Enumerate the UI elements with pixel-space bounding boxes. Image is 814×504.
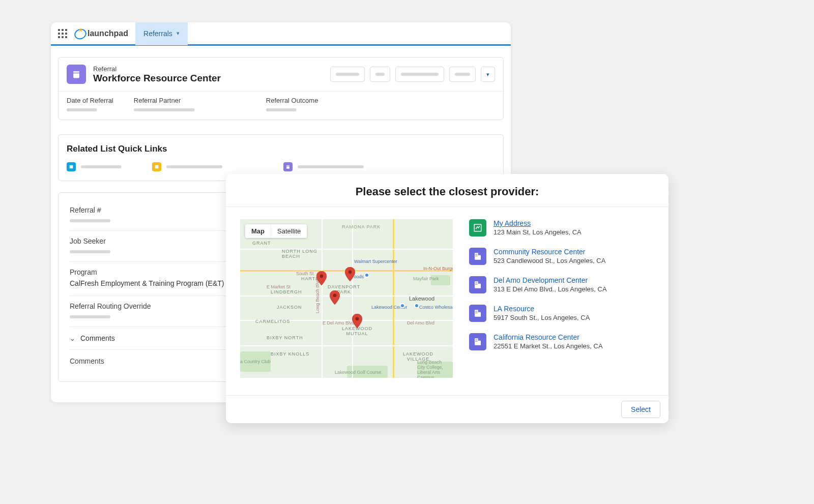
svg-rect-21 <box>477 341 478 342</box>
svg-point-4 <box>333 294 337 298</box>
provider-select-modal: Please select the closest provider: JORD… <box>226 174 668 423</box>
map-poi-dot <box>364 273 369 278</box>
map-label: BIXBY KNOLLS <box>271 351 309 357</box>
map-label: Lakewood Golf Course <box>335 370 382 375</box>
map-poi: Walmart Supercenter <box>354 259 397 264</box>
quick-link-item-3[interactable] <box>283 162 364 171</box>
map-pin[interactable] <box>352 314 362 328</box>
provider-address: 313 E Del Amo Blvd., Los Angeles, CA <box>493 285 607 293</box>
provider-item[interactable]: Del Amo Development Center 313 E Del Amo… <box>469 276 654 293</box>
map-label: RAMONA PARK <box>342 224 381 229</box>
quick-link-item-1[interactable] <box>67 162 122 171</box>
top-nav: launchpad Referrals ▾ <box>51 22 511 46</box>
map-road-label: E Market St <box>267 284 290 289</box>
svg-rect-9 <box>477 256 478 257</box>
svg-rect-17 <box>477 313 478 314</box>
svg-rect-20 <box>476 341 477 342</box>
map-label: GRANT <box>252 241 271 246</box>
quick-link-icon-yellow <box>152 162 161 171</box>
tab-referrals[interactable]: Referrals ▾ <box>135 22 188 45</box>
map-label: NORTH LONG BEACH <box>282 249 317 259</box>
chevron-down-icon: ▾ <box>177 30 180 37</box>
building-icon <box>469 248 486 265</box>
meta-date-label: Date of Referral <box>67 97 113 104</box>
map-label: Lakewood <box>409 295 434 302</box>
section-title: Comments <box>80 334 115 342</box>
map-poi: Costco Wholesale <box>419 305 453 310</box>
record-type: Referral <box>93 65 221 73</box>
modal-title: Please select the closest provider: <box>226 174 668 207</box>
record-header-card: Referral Workforce Resource Center ▾ Dat… <box>58 57 504 120</box>
tab-label: Referrals <box>143 29 172 38</box>
provider-item[interactable]: California Resource Center 22551 E Marke… <box>469 333 654 350</box>
map-label: a Country Club <box>240 359 271 364</box>
svg-rect-18 <box>476 340 477 341</box>
provider-name: Community Resource Center <box>493 248 605 256</box>
quick-links-title: Related List Quick Links <box>67 144 495 154</box>
provider-name: Del Amo Development Center <box>493 276 607 284</box>
provider-item-self[interactable]: My Address 123 Main St, Los Angeles, CA <box>469 219 654 236</box>
provider-item[interactable]: LA Resource 5917 South St., Los Angeles,… <box>469 305 654 322</box>
svg-rect-16 <box>476 313 477 314</box>
svg-rect-6 <box>476 254 477 255</box>
provider-address: 123 Main St, Los Angeles, CA <box>493 228 582 236</box>
svg-point-3 <box>348 271 352 274</box>
provider-map[interactable]: JORDAN GRANT NORTH LONG BEACH RAMONA PAR… <box>240 219 453 378</box>
map-type-satellite[interactable]: Satellite <box>271 224 307 238</box>
provider-list: My Address 123 Main St, Los Angeles, CA … <box>469 219 654 395</box>
map-label: Long Beach City College, Liberal Arts Ca… <box>417 360 443 378</box>
app-name: launchpad <box>88 29 128 38</box>
app-launcher-icon[interactable] <box>58 29 67 38</box>
provider-name: California Resource Center <box>493 333 603 341</box>
action-button-1[interactable] <box>330 67 365 82</box>
launchpad-logo-icon <box>74 28 85 39</box>
select-button[interactable]: Select <box>621 401 660 418</box>
map-label: Mayfair Park <box>413 276 439 281</box>
field-label: Comments <box>70 357 104 365</box>
map-label: LINDBERGH <box>271 289 302 294</box>
svg-rect-8 <box>476 256 477 257</box>
action-button-2[interactable] <box>370 67 390 82</box>
action-overflow-button[interactable]: ▾ <box>481 67 495 82</box>
action-button-4[interactable] <box>449 67 476 82</box>
map-road-label: South St <box>296 271 314 276</box>
svg-rect-13 <box>477 284 478 285</box>
map-road-label: E Del Amo Blvd <box>323 320 355 325</box>
svg-rect-1 <box>155 165 159 169</box>
map-type-toggle: Map Satellite <box>245 224 307 238</box>
map-poi: In-N-Out Burger <box>423 266 453 271</box>
quick-link-item-2[interactable] <box>152 162 222 171</box>
quick-link-label-3 <box>298 165 364 168</box>
field-value-placeholder <box>70 219 110 222</box>
building-icon <box>469 276 486 293</box>
provider-address: 5917 South St., Los Angeles, CA <box>493 314 590 321</box>
provider-name: LA Resource <box>493 305 590 313</box>
meta-partner-value <box>134 108 195 111</box>
meta-outcome-label: Referral Outcome <box>266 97 318 104</box>
svg-rect-19 <box>477 340 478 341</box>
record-title: Workforce Resource Center <box>93 73 221 84</box>
field-value-placeholder <box>70 250 110 253</box>
map-type-map[interactable]: Map <box>245 224 271 238</box>
svg-rect-11 <box>477 283 478 284</box>
referral-record-icon <box>67 65 86 84</box>
provider-name: My Address <box>493 219 582 227</box>
map-pin[interactable] <box>330 290 340 305</box>
location-self-icon <box>469 219 486 236</box>
quick-link-label-1 <box>81 165 122 168</box>
action-button-3[interactable] <box>395 67 444 82</box>
svg-point-5 <box>356 317 359 321</box>
provider-address: 523 Candlewood St., Los Angeles, CA <box>493 257 605 264</box>
map-road-label: Del Amo Blvd <box>407 320 434 325</box>
app-logo[interactable]: launchpad <box>74 28 128 39</box>
field-value-placeholder <box>70 315 110 318</box>
provider-item[interactable]: Community Resource Center 523 Candlewood… <box>469 248 654 265</box>
meta-outcome-value <box>266 108 297 111</box>
record-actions: ▾ <box>330 67 495 82</box>
map-pin[interactable] <box>316 271 327 285</box>
building-icon <box>469 333 486 350</box>
map-pin[interactable] <box>345 267 355 281</box>
svg-rect-12 <box>476 284 477 285</box>
map-label: JACKSON <box>277 305 302 310</box>
meta-partner-label: Referral Partner <box>134 97 195 104</box>
